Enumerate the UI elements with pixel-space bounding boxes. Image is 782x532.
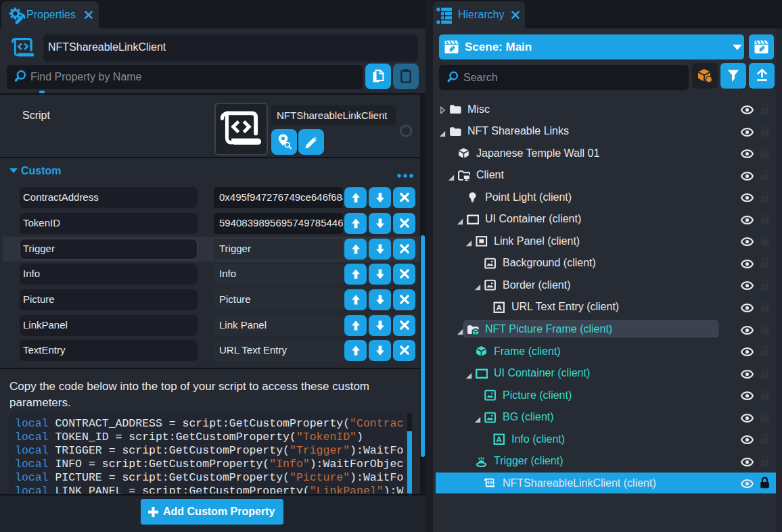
svg-text:A: A (496, 435, 502, 443)
svg-text:A: A (496, 303, 502, 312)
